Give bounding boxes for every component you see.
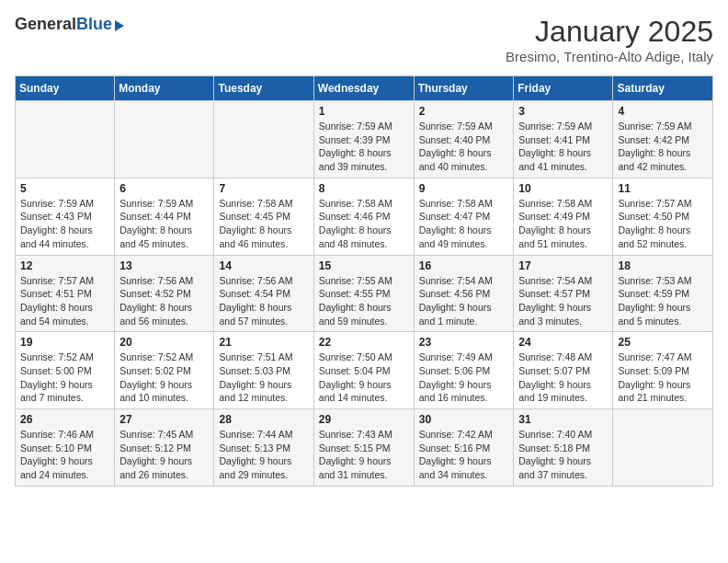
calendar-header-friday: Friday	[514, 76, 613, 101]
day-info: Sunrise: 7:59 AMSunset: 4:41 PMDaylight:…	[518, 120, 608, 174]
calendar-cell: 19Sunrise: 7:52 AMSunset: 5:00 PMDayligh…	[16, 332, 115, 409]
day-number: 25	[618, 336, 708, 349]
day-number: 16	[419, 259, 509, 272]
day-number: 13	[119, 259, 209, 272]
day-info: Sunrise: 7:42 AMSunset: 5:16 PMDaylight:…	[419, 428, 509, 482]
calendar-cell: 30Sunrise: 7:42 AMSunset: 5:16 PMDayligh…	[414, 409, 514, 487]
day-info: Sunrise: 7:45 AMSunset: 5:12 PMDaylight:…	[119, 428, 209, 482]
month-title: January 2025	[506, 15, 713, 49]
day-info: Sunrise: 7:40 AMSunset: 5:18 PMDaylight:…	[518, 428, 608, 482]
calendar-header-thursday: Thursday	[414, 76, 514, 101]
day-info: Sunrise: 7:51 AMSunset: 5:03 PMDaylight:…	[219, 350, 308, 405]
day-info: Sunrise: 7:52 AMSunset: 5:00 PMDaylight:…	[20, 350, 109, 405]
calendar-cell: 8Sunrise: 7:58 AMSunset: 4:46 PMDaylight…	[313, 178, 414, 255]
logo-general-text: General	[15, 15, 76, 34]
location-text: Bresimo, Trentino-Alto Adige, Italy	[506, 49, 713, 64]
day-info: Sunrise: 7:57 AMSunset: 4:51 PMDaylight:…	[20, 274, 109, 328]
title-section: January 2025 Bresimo, Trentino-Alto Adig…	[506, 15, 713, 64]
day-number: 12	[20, 259, 109, 272]
day-number: 9	[419, 182, 509, 195]
day-number: 24	[518, 336, 608, 349]
calendar-cell: 2Sunrise: 7:59 AMSunset: 4:40 PMDaylight…	[414, 101, 514, 178]
day-info: Sunrise: 7:48 AMSunset: 5:07 PMDaylight:…	[518, 350, 608, 405]
calendar-cell: 6Sunrise: 7:59 AMSunset: 4:44 PMDaylight…	[115, 178, 214, 255]
day-number: 6	[119, 182, 209, 195]
day-number: 21	[219, 336, 308, 349]
day-number: 4	[618, 105, 708, 118]
day-info: Sunrise: 7:59 AMSunset: 4:39 PMDaylight:…	[319, 120, 409, 174]
calendar-cell: 3Sunrise: 7:59 AMSunset: 4:41 PMDaylight…	[514, 101, 613, 178]
calendar-cell: 10Sunrise: 7:58 AMSunset: 4:49 PMDayligh…	[514, 178, 613, 255]
day-info: Sunrise: 7:58 AMSunset: 4:47 PMDaylight:…	[419, 197, 509, 251]
calendar-cell: 4Sunrise: 7:59 AMSunset: 4:42 PMDaylight…	[613, 101, 713, 178]
calendar-header-sunday: Sunday	[16, 76, 115, 101]
day-number: 7	[219, 182, 308, 195]
day-info: Sunrise: 7:44 AMSunset: 5:13 PMDaylight:…	[219, 428, 308, 482]
calendar-cell	[214, 101, 313, 178]
calendar-header-row: SundayMondayTuesdayWednesdayThursdayFrid…	[16, 76, 713, 101]
day-number: 20	[119, 336, 209, 349]
calendar-cell: 18Sunrise: 7:53 AMSunset: 4:59 PMDayligh…	[613, 255, 713, 332]
day-number: 19	[20, 336, 109, 349]
calendar-week-2: 5Sunrise: 7:59 AMSunset: 4:43 PMDaylight…	[16, 178, 713, 255]
calendar-cell: 26Sunrise: 7:46 AMSunset: 5:10 PMDayligh…	[16, 409, 115, 487]
day-number: 17	[518, 259, 608, 272]
day-info: Sunrise: 7:58 AMSunset: 4:45 PMDaylight:…	[219, 197, 308, 251]
calendar-cell: 25Sunrise: 7:47 AMSunset: 5:09 PMDayligh…	[613, 332, 713, 409]
day-info: Sunrise: 7:59 AMSunset: 4:43 PMDaylight:…	[20, 197, 109, 251]
day-number: 26	[20, 413, 109, 426]
calendar-cell: 7Sunrise: 7:58 AMSunset: 4:45 PMDaylight…	[214, 178, 313, 255]
day-info: Sunrise: 7:59 AMSunset: 4:44 PMDaylight:…	[119, 197, 209, 251]
calendar-cell: 16Sunrise: 7:54 AMSunset: 4:56 PMDayligh…	[414, 255, 514, 332]
calendar-cell: 11Sunrise: 7:57 AMSunset: 4:50 PMDayligh…	[613, 178, 713, 255]
calendar-cell: 1Sunrise: 7:59 AMSunset: 4:39 PMDaylight…	[313, 101, 414, 178]
day-number: 18	[618, 259, 708, 272]
calendar-cell	[115, 101, 214, 178]
calendar-cell: 15Sunrise: 7:55 AMSunset: 4:55 PMDayligh…	[313, 255, 414, 332]
day-info: Sunrise: 7:57 AMSunset: 4:50 PMDaylight:…	[618, 197, 708, 251]
calendar-cell: 31Sunrise: 7:40 AMSunset: 5:18 PMDayligh…	[514, 409, 613, 487]
day-info: Sunrise: 7:53 AMSunset: 4:59 PMDaylight:…	[618, 274, 708, 328]
calendar-week-4: 19Sunrise: 7:52 AMSunset: 5:00 PMDayligh…	[16, 332, 713, 409]
day-number: 23	[419, 336, 509, 349]
day-info: Sunrise: 7:58 AMSunset: 4:46 PMDaylight:…	[319, 197, 409, 251]
day-info: Sunrise: 7:59 AMSunset: 4:40 PMDaylight:…	[419, 120, 509, 174]
logo: General Blue	[15, 15, 124, 34]
calendar-cell: 23Sunrise: 7:49 AMSunset: 5:06 PMDayligh…	[414, 332, 514, 409]
day-info: Sunrise: 7:54 AMSunset: 4:57 PMDaylight:…	[518, 274, 608, 328]
calendar-cell: 9Sunrise: 7:58 AMSunset: 4:47 PMDaylight…	[414, 178, 514, 255]
logo-arrow-icon	[115, 20, 124, 31]
day-info: Sunrise: 7:54 AMSunset: 4:56 PMDaylight:…	[419, 274, 509, 328]
day-info: Sunrise: 7:59 AMSunset: 4:42 PMDaylight:…	[618, 120, 708, 174]
day-number: 29	[319, 413, 409, 426]
day-number: 31	[518, 413, 608, 426]
day-info: Sunrise: 7:56 AMSunset: 4:54 PMDaylight:…	[219, 274, 308, 328]
day-info: Sunrise: 7:46 AMSunset: 5:10 PMDaylight:…	[20, 428, 109, 482]
calendar-cell: 27Sunrise: 7:45 AMSunset: 5:12 PMDayligh…	[115, 409, 214, 487]
calendar-table: SundayMondayTuesdayWednesdayThursdayFrid…	[15, 75, 713, 487]
calendar-cell: 20Sunrise: 7:52 AMSunset: 5:02 PMDayligh…	[115, 332, 214, 409]
logo-blue-text: Blue	[76, 15, 112, 34]
day-number: 27	[119, 413, 209, 426]
day-number: 3	[518, 105, 608, 118]
calendar-cell: 14Sunrise: 7:56 AMSunset: 4:54 PMDayligh…	[214, 255, 313, 332]
day-info: Sunrise: 7:43 AMSunset: 5:15 PMDaylight:…	[319, 428, 409, 482]
calendar-cell: 28Sunrise: 7:44 AMSunset: 5:13 PMDayligh…	[214, 409, 313, 487]
day-info: Sunrise: 7:47 AMSunset: 5:09 PMDaylight:…	[618, 350, 708, 405]
calendar-cell: 22Sunrise: 7:50 AMSunset: 5:04 PMDayligh…	[313, 332, 414, 409]
calendar-cell	[613, 409, 713, 487]
calendar-header-monday: Monday	[115, 76, 214, 101]
calendar-header-saturday: Saturday	[613, 76, 713, 101]
calendar-cell: 24Sunrise: 7:48 AMSunset: 5:07 PMDayligh…	[514, 332, 613, 409]
day-number: 30	[419, 413, 509, 426]
day-info: Sunrise: 7:55 AMSunset: 4:55 PMDaylight:…	[319, 274, 409, 328]
calendar-cell: 17Sunrise: 7:54 AMSunset: 4:57 PMDayligh…	[514, 255, 613, 332]
calendar-header-wednesday: Wednesday	[313, 76, 414, 101]
calendar-cell: 21Sunrise: 7:51 AMSunset: 5:03 PMDayligh…	[214, 332, 313, 409]
calendar-week-1: 1Sunrise: 7:59 AMSunset: 4:39 PMDaylight…	[16, 101, 713, 178]
day-info: Sunrise: 7:58 AMSunset: 4:49 PMDaylight:…	[518, 197, 608, 251]
day-number: 22	[319, 336, 409, 349]
day-number: 10	[518, 182, 608, 195]
day-number: 2	[419, 105, 509, 118]
calendar-header-tuesday: Tuesday	[214, 76, 313, 101]
